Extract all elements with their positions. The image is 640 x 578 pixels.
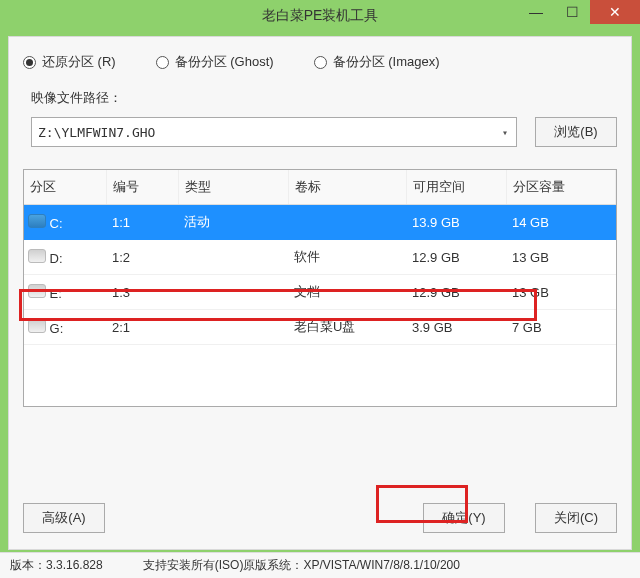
radio-restore[interactable]: 还原分区 (R) xyxy=(23,53,116,71)
table-row[interactable]: C:1:1活动13.9 GB14 GB xyxy=(24,205,616,240)
partition-table: 分区 编号 类型 卷标 可用空间 分区容量 C:1:1活动13.9 GB14 G… xyxy=(24,170,616,345)
col-label[interactable]: 卷标 xyxy=(288,170,406,205)
drive-icon xyxy=(28,319,46,333)
mode-radio-group: 还原分区 (R) 备份分区 (Ghost) 备份分区 (Imagex) xyxy=(9,37,631,79)
radio-backup-imagex-label: 备份分区 (Imagex) xyxy=(333,53,440,71)
table-row[interactable]: G:2:1老白菜U盘3.9 GB7 GB xyxy=(24,310,616,345)
minimize-button[interactable]: — xyxy=(518,0,554,24)
ok-button-label: 确定(Y) xyxy=(442,509,485,527)
table-header-row: 分区 编号 类型 卷标 可用空间 分区容量 xyxy=(24,170,616,205)
close-button-label: 关闭(C) xyxy=(554,509,598,527)
image-path-label: 映像文件路径： xyxy=(31,89,617,107)
browse-button-label: 浏览(B) xyxy=(554,123,597,141)
titlebar: 老白菜PE装机工具 — ☐ ✕ xyxy=(0,0,640,32)
radio-backup-imagex[interactable]: 备份分区 (Imagex) xyxy=(314,53,440,71)
radio-backup-ghost-label: 备份分区 (Ghost) xyxy=(175,53,274,71)
advanced-button-label: 高级(A) xyxy=(42,509,85,527)
col-size[interactable]: 分区容量 xyxy=(506,170,616,205)
drive-icon xyxy=(28,214,46,228)
bottom-button-bar: 高级(A) 确定(Y) 关闭(C) xyxy=(23,503,617,533)
version-text: 版本：3.3.16.828 xyxy=(10,557,103,574)
image-path-value: Z:\YLMFWIN7.GHO xyxy=(38,125,155,140)
ok-button[interactable]: 确定(Y) xyxy=(423,503,505,533)
chevron-down-icon[interactable]: ▾ xyxy=(495,118,515,146)
image-file-section: 映像文件路径： Z:\YLMFWIN7.GHO ▾ 浏览(B) xyxy=(9,79,631,147)
partition-table-container: 分区 编号 类型 卷标 可用空间 分区容量 C:1:1活动13.9 GB14 G… xyxy=(23,169,617,407)
client-area: 还原分区 (R) 备份分区 (Ghost) 备份分区 (Imagex) 映像文件… xyxy=(8,36,632,550)
browse-button[interactable]: 浏览(B) xyxy=(535,117,617,147)
maximize-button[interactable]: ☐ xyxy=(554,0,590,24)
image-path-combobox[interactable]: Z:\YLMFWIN7.GHO ▾ xyxy=(31,117,517,147)
drive-icon xyxy=(28,249,46,263)
status-bar: 版本：3.3.16.828 支持安装所有(ISO)原版系统：XP/VISTA/W… xyxy=(0,552,640,578)
close-button[interactable]: 关闭(C) xyxy=(535,503,617,533)
radio-indicator-icon xyxy=(156,56,169,69)
col-free[interactable]: 可用空间 xyxy=(406,170,506,205)
window-controls: — ☐ ✕ xyxy=(518,0,640,24)
radio-restore-label: 还原分区 (R) xyxy=(42,53,116,71)
table-row[interactable]: D:1:2软件12.9 GB13 GB xyxy=(24,240,616,275)
close-window-button[interactable]: ✕ xyxy=(590,0,640,24)
col-id[interactable]: 编号 xyxy=(106,170,178,205)
table-row[interactable]: E:1:3文档12.9 GB13 GB xyxy=(24,275,616,310)
radio-indicator-icon xyxy=(23,56,36,69)
col-partition[interactable]: 分区 xyxy=(24,170,106,205)
app-window: 老白菜PE装机工具 — ☐ ✕ 还原分区 (R) 备份分区 (Ghost) 备份… xyxy=(0,0,640,578)
col-type[interactable]: 类型 xyxy=(178,170,288,205)
support-text: 支持安装所有(ISO)原版系统：XP/VISTA/WIN7/8/8.1/10/2… xyxy=(143,557,460,574)
radio-backup-ghost[interactable]: 备份分区 (Ghost) xyxy=(156,53,274,71)
window-title: 老白菜PE装机工具 xyxy=(262,7,379,25)
advanced-button[interactable]: 高级(A) xyxy=(23,503,105,533)
radio-indicator-icon xyxy=(314,56,327,69)
drive-icon xyxy=(28,284,46,298)
